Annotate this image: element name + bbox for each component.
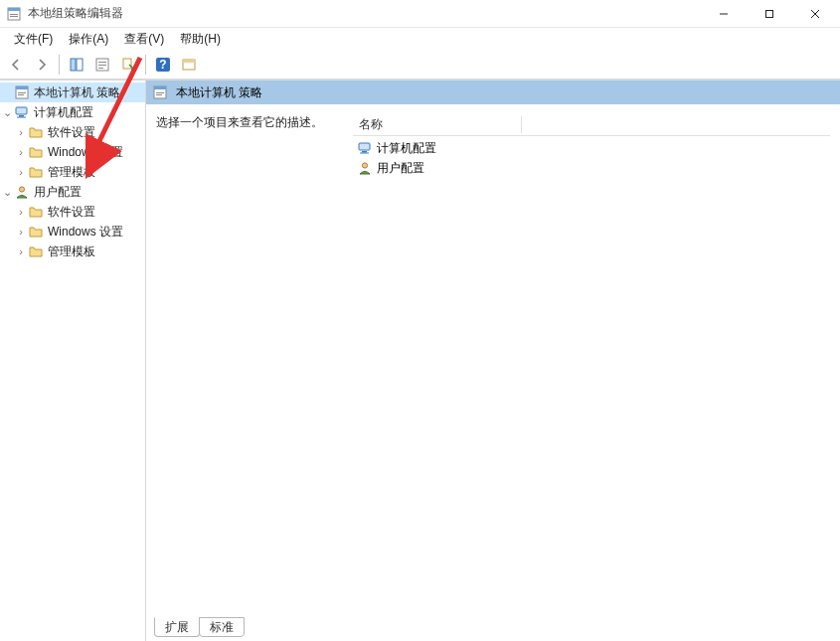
policy-icon <box>152 84 168 100</box>
details-header: 本地计算机 策略 <box>146 80 840 104</box>
export-list-button[interactable] <box>116 53 140 77</box>
svg-rect-19 <box>18 94 24 95</box>
expander-icon[interactable]: › <box>14 206 28 218</box>
svg-point-23 <box>19 187 24 192</box>
tree-item-admin-templates[interactable]: › 管理模板 <box>0 241 145 261</box>
svg-rect-5 <box>71 59 76 71</box>
computer-icon <box>357 140 373 156</box>
computer-icon <box>14 104 30 120</box>
tree-label: 本地计算机 策略 <box>34 84 120 101</box>
expander-icon[interactable]: › <box>14 126 28 138</box>
svg-rect-11 <box>123 59 131 69</box>
toolbar-separator <box>145 55 146 75</box>
svg-rect-4 <box>766 10 773 17</box>
tree-label: Windows 设置 <box>48 224 123 240</box>
folder-icon <box>28 204 44 220</box>
tree-item-computer-config[interactable]: ⌄ 计算机配置 <box>0 102 145 122</box>
folder-icon <box>28 124 44 140</box>
description-column: 选择一个项目来查看它的描述。 <box>156 114 353 641</box>
close-button[interactable] <box>792 0 838 28</box>
back-button[interactable] <box>4 53 28 77</box>
tab-extended[interactable]: 扩展 <box>154 617 200 637</box>
svg-rect-10 <box>98 68 103 69</box>
column-name[interactable]: 名称 <box>353 116 522 133</box>
expander-icon[interactable]: › <box>14 226 28 238</box>
menu-view[interactable]: 查看(V) <box>116 29 172 50</box>
tree-label: 软件设置 <box>48 204 95 221</box>
expander-icon[interactable]: ⌄ <box>0 106 14 119</box>
toolbar: ? <box>0 50 840 80</box>
tree-item-software-settings[interactable]: › 软件设置 <box>0 202 145 222</box>
app-icon <box>6 6 22 22</box>
tree-pane: 本地计算机 策略 ⌄ 计算机配置 › 软件设置 › Windows 设置 › 管… <box>0 80 146 641</box>
expander-icon[interactable]: › <box>14 245 28 257</box>
properties-button[interactable] <box>90 53 114 77</box>
tab-strip: 扩展 标准 <box>154 617 244 637</box>
forward-button[interactable] <box>30 53 54 77</box>
tree-label: 用户配置 <box>34 184 82 201</box>
list-header[interactable]: 名称 <box>353 114 830 136</box>
tree-label: Windows 设置 <box>48 144 123 161</box>
show-hide-tree-button[interactable] <box>65 53 88 77</box>
folder-icon <box>28 144 44 160</box>
tree-item-software-settings[interactable]: › 软件设置 <box>0 122 145 142</box>
list-column: 名称 计算机配置 用户配置 <box>353 114 830 641</box>
expander-icon[interactable]: › <box>14 166 28 178</box>
toolbar-separator <box>59 55 60 75</box>
tree-label: 计算机配置 <box>34 104 93 121</box>
svg-rect-25 <box>154 86 166 89</box>
svg-text:?: ? <box>159 58 166 72</box>
expander-icon[interactable]: › <box>14 146 28 158</box>
tree-label: 管理模板 <box>48 164 95 181</box>
policy-icon <box>14 84 30 100</box>
svg-rect-9 <box>98 65 106 66</box>
svg-rect-27 <box>156 94 162 95</box>
minimize-button[interactable] <box>701 0 747 28</box>
svg-rect-21 <box>19 115 24 117</box>
folder-icon <box>28 243 44 259</box>
list-item-label: 用户配置 <box>377 160 424 177</box>
help-button[interactable]: ? <box>151 53 175 77</box>
user-icon <box>14 184 30 200</box>
maximize-button[interactable] <box>747 0 792 28</box>
menubar: 文件(F) 操作(A) 查看(V) 帮助(H) <box>0 28 840 50</box>
details-pane: 本地计算机 策略 选择一个项目来查看它的描述。 名称 计算机配置 <box>146 80 840 641</box>
list-item-user-config[interactable]: 用户配置 <box>353 158 830 178</box>
menu-help[interactable]: 帮助(H) <box>172 29 229 50</box>
svg-rect-20 <box>16 107 27 114</box>
svg-rect-6 <box>77 59 83 71</box>
filter-options-button[interactable] <box>177 53 201 77</box>
folder-icon <box>28 164 44 180</box>
svg-rect-8 <box>98 62 106 63</box>
tree-root[interactable]: 本地计算机 策略 <box>0 82 145 102</box>
svg-rect-30 <box>360 153 369 154</box>
tree-item-user-config[interactable]: ⌄ 用户配置 <box>0 182 145 202</box>
titlebar: 本地组策略编辑器 <box>0 0 840 28</box>
svg-rect-3 <box>10 16 18 17</box>
expander-icon[interactable]: ⌄ <box>0 186 14 199</box>
window-title: 本地组策略编辑器 <box>28 5 701 22</box>
menu-action[interactable]: 操作(A) <box>61 29 116 50</box>
menu-file[interactable]: 文件(F) <box>6 29 61 50</box>
svg-rect-22 <box>17 117 26 118</box>
list-item-label: 计算机配置 <box>377 140 436 157</box>
svg-rect-2 <box>10 14 18 15</box>
tree-item-windows-settings[interactable]: › Windows 设置 <box>0 142 145 162</box>
tree-item-admin-templates[interactable]: › 管理模板 <box>0 162 145 182</box>
svg-rect-28 <box>359 143 370 150</box>
svg-rect-17 <box>16 86 28 89</box>
description-text: 选择一个项目来查看它的描述。 <box>156 114 353 131</box>
tree-item-windows-settings[interactable]: › Windows 设置 <box>0 222 145 241</box>
list-item-computer-config[interactable]: 计算机配置 <box>353 138 830 158</box>
client-area: 本地计算机 策略 ⌄ 计算机配置 › 软件设置 › Windows 设置 › 管… <box>0 80 840 641</box>
svg-point-31 <box>362 163 367 168</box>
user-icon <box>357 160 373 176</box>
tree-label: 软件设置 <box>48 124 95 141</box>
svg-rect-15 <box>183 60 195 63</box>
svg-rect-1 <box>8 8 20 11</box>
svg-rect-26 <box>156 92 164 93</box>
tree-label: 管理模板 <box>48 243 95 260</box>
tab-standard[interactable]: 标准 <box>199 617 245 637</box>
folder-icon <box>28 224 44 240</box>
details-header-title: 本地计算机 策略 <box>176 84 262 101</box>
